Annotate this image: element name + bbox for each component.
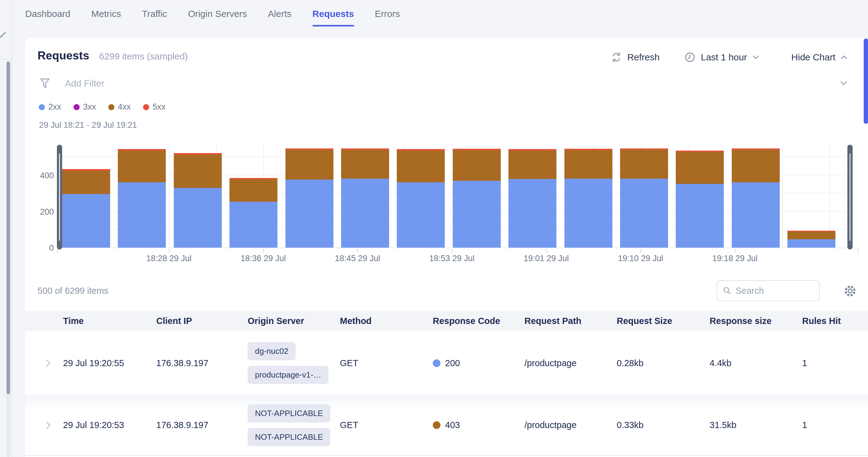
settings-gear-icon[interactable] xyxy=(843,284,857,298)
row-expander[interactable] xyxy=(25,358,63,368)
tab-alerts[interactable]: Alerts xyxy=(268,9,291,27)
y-axis-label: 400 xyxy=(40,172,54,180)
x-axis-tick xyxy=(169,249,169,253)
legend-item-4xx[interactable]: 4xx xyxy=(108,102,131,112)
bar-segment-4xx xyxy=(676,152,724,184)
collapse-chevron-icon[interactable] xyxy=(0,30,6,41)
cell-method: GET xyxy=(340,358,433,368)
bar-segment-4xx xyxy=(174,154,222,188)
chevron-up-icon xyxy=(840,55,848,60)
right-scrollbar-thumb[interactable] xyxy=(864,38,868,124)
time-range-dropdown[interactable]: Last 1 hour xyxy=(684,51,759,63)
bar-segment-4xx xyxy=(620,150,668,179)
bar-segment-2xx xyxy=(732,182,780,248)
chart-bar xyxy=(397,149,445,248)
x-axis-tick xyxy=(358,249,358,253)
table-row[interactable]: 29 Jul 19:20:53176.38.9.197NOT-APPLICABL… xyxy=(25,395,868,456)
table-body: 29 Jul 19:20:55176.38.9.197dg-nuc02produ… xyxy=(25,331,868,456)
origin-server-tag[interactable]: NOT-APPLICABLE xyxy=(248,428,330,446)
header-cell-response-size[interactable]: Response size xyxy=(710,316,802,326)
add-filter-control[interactable]: Add Filter xyxy=(39,77,104,90)
chart-bar xyxy=(341,148,389,248)
legend-item-3xx[interactable]: 3xx xyxy=(73,102,96,112)
response-code-value: 403 xyxy=(445,420,460,430)
chart-range-handle-right[interactable] xyxy=(847,145,852,250)
chart-bar xyxy=(508,149,556,248)
chart-plot: 18:28 29 Jul18:36 29 Jul18:45 29 Jul18:5… xyxy=(57,142,858,248)
response-code-dot xyxy=(433,421,440,429)
hide-chart-toggle[interactable]: Hide Chart xyxy=(792,52,848,62)
bar-segment-4xx xyxy=(732,150,780,182)
cell-response-code: 403 xyxy=(433,420,524,430)
tab-metrics[interactable]: Metrics xyxy=(91,9,121,27)
header-cell-method[interactable]: Method xyxy=(340,316,433,326)
x-axis-tick xyxy=(57,249,58,253)
handle-grip xyxy=(59,153,60,241)
legend-dot xyxy=(143,104,149,110)
chart-bar xyxy=(564,149,612,248)
header-cell-time[interactable]: Time xyxy=(63,316,156,326)
bar-segment-2xx xyxy=(508,179,556,248)
tab-traffic[interactable]: Traffic xyxy=(142,9,167,27)
legend-item-2xx[interactable]: 2xx xyxy=(39,102,61,112)
x-axis-tick xyxy=(263,249,264,253)
x-axis-label: 19:18 29 Jul xyxy=(698,254,772,263)
chart-bar xyxy=(174,153,222,248)
header-cell-origin-server[interactable]: Origin Server xyxy=(248,316,340,326)
left-scrollbar-thumb[interactable] xyxy=(6,62,10,394)
response-code-dot xyxy=(433,360,440,367)
page-title: Requests xyxy=(37,49,89,62)
left-scrollbar-track[interactable] xyxy=(6,60,10,457)
tab-origin-servers[interactable]: Origin Servers xyxy=(188,9,247,27)
chart-bar xyxy=(118,149,166,248)
origin-server-tag[interactable]: NOT-APPLICABLE xyxy=(248,404,330,423)
bar-segment-2xx xyxy=(787,239,835,248)
refresh-button[interactable]: Refresh xyxy=(611,51,659,63)
panel-header: Requests 6299 items (sampled) xyxy=(37,49,188,62)
cell-rules-hit: 1 xyxy=(802,420,868,430)
bar-segment-2xx xyxy=(174,188,222,248)
screen: DashboardMetricsTrafficOrigin ServersAle… xyxy=(0,0,868,457)
filter-expand-chevron-icon[interactable] xyxy=(840,80,848,86)
header-cell-request-size[interactable]: Request Size xyxy=(617,316,710,326)
clock-icon xyxy=(684,51,696,63)
search-input[interactable] xyxy=(736,286,814,296)
y-axis-labels: 0200400 xyxy=(25,142,54,248)
requests-table: TimeClient IPOrigin ServerMethodResponse… xyxy=(25,311,868,456)
panel-controls: Refresh Last 1 hour Hide Chart xyxy=(611,51,848,63)
header-cell-response-code[interactable]: Response Code xyxy=(433,316,524,326)
chart-range-handle-left[interactable] xyxy=(57,145,62,250)
origin-server-tag[interactable]: dg-nuc02 xyxy=(248,342,296,360)
legend-dot xyxy=(39,104,45,110)
chevron-right-icon xyxy=(45,358,52,368)
x-axis-tick xyxy=(735,249,736,253)
filter-funnel-icon xyxy=(39,77,51,90)
bar-segment-2xx xyxy=(397,182,445,248)
header-cell-client-ip[interactable]: Client IP xyxy=(156,316,248,326)
legend-item-5xx[interactable]: 5xx xyxy=(143,102,165,112)
bar-segment-4xx xyxy=(508,150,556,179)
row-expander[interactable] xyxy=(25,420,63,430)
x-axis-tick xyxy=(641,249,641,253)
tab-requests[interactable]: Requests xyxy=(312,9,354,27)
bar-segment-2xx xyxy=(676,184,724,248)
bar-segment-2xx xyxy=(564,179,612,248)
cell-method: GET xyxy=(340,420,433,430)
tab-dashboard[interactable]: Dashboard xyxy=(25,9,70,27)
tab-errors[interactable]: Errors xyxy=(375,9,400,27)
cell-response-size: 31.5kb xyxy=(710,420,802,430)
chart-time-range: 29 Jul 18:21 - 29 Jul 19:21 xyxy=(39,120,137,130)
chart-bar xyxy=(676,150,724,248)
chart-bar xyxy=(453,149,501,248)
x-axis-label: 18:53 29 Jul xyxy=(415,254,489,263)
header-cell-rules-hit[interactable]: Rules Hit xyxy=(802,316,868,326)
origin-server-tag[interactable]: productpage-v1-… xyxy=(248,366,329,384)
table-row[interactable]: 29 Jul 19:20:55176.38.9.197dg-nuc02produ… xyxy=(25,331,868,395)
cell-request-path: /productpage xyxy=(524,420,617,430)
search-icon xyxy=(723,286,732,296)
chevron-right-icon xyxy=(45,420,52,430)
handle-grip xyxy=(849,153,850,241)
header-cell-request-path[interactable]: Request Path xyxy=(524,316,617,326)
results-summary: 500 of 6299 items xyxy=(37,286,108,296)
cell-rules-hit: 1 xyxy=(802,358,868,368)
